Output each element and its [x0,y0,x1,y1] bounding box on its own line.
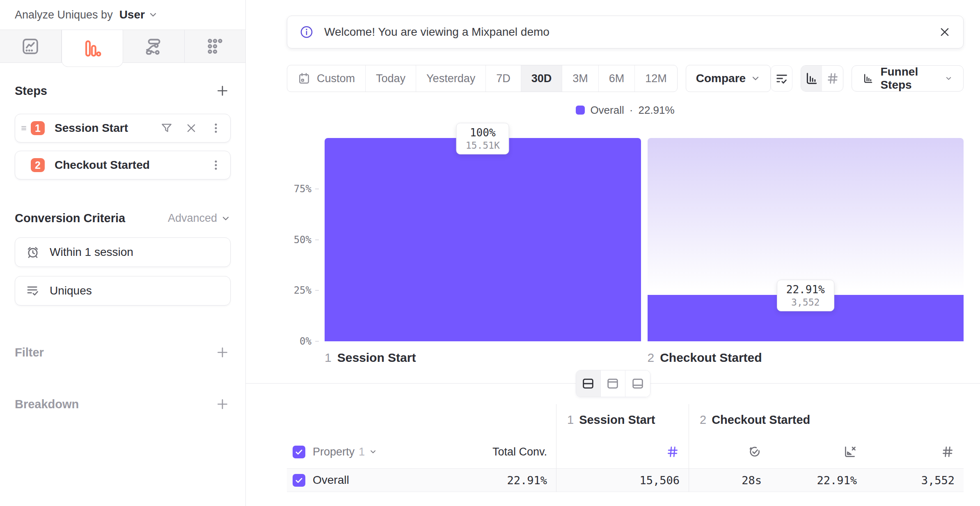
bar-chart-toggle[interactable] [801,66,822,91]
time-to-convert-icon [748,445,762,459]
chevron-down-icon [148,10,158,20]
add-step-button[interactable] [214,83,231,99]
range-6m[interactable]: 6M [599,65,635,92]
row-checkbox[interactable] [293,474,305,487]
value-display-toggle [801,65,843,92]
chart-type-dropdown[interactable]: Funnel Steps [852,65,964,92]
funnel-bar[interactable] [325,138,641,341]
step2-time-header[interactable] [689,435,771,468]
calendar-icon [298,72,311,85]
add-breakdown-button[interactable] [214,396,231,412]
conversion-window-card[interactable]: Within 1 session [15,237,231,267]
check-icon [295,448,303,456]
step-event-name[interactable]: Session Start [55,122,160,135]
range-yesterday[interactable]: Yesterday [416,65,486,92]
kebab-menu-icon[interactable] [210,159,222,171]
add-filter-button[interactable] [214,344,231,361]
compare-button[interactable]: Compare [686,65,771,92]
step1-count-header[interactable] [556,435,689,468]
tab-funnels[interactable] [62,30,124,67]
kebab-menu-icon[interactable] [210,122,222,134]
banner-message: Welcome! You are viewing a Mixpanel demo [324,25,928,39]
list-check-icon [775,71,789,85]
advanced-dropdown[interactable]: Advanced [168,212,231,225]
bar-tooltip: 22.91% 3,552 [777,280,834,311]
range-7d[interactable]: 7D [486,65,521,92]
filter-title: Filter [15,346,44,359]
tab-flows[interactable] [123,30,185,62]
conversion-rate-chart-icon [843,445,857,459]
list-check-icon [26,284,40,298]
check-icon [295,476,303,485]
retention-icon [206,37,224,56]
legend-series-label: Overall [590,104,624,117]
range-today[interactable]: Today [366,65,416,92]
chart-legend[interactable]: Overall · 22.91% [287,103,964,117]
range-3m[interactable]: 3M [562,65,599,92]
group-header-step2: 2 Checkout Started [689,404,964,435]
range-30d[interactable]: 30D [521,65,563,92]
property-dropdown[interactable]: Property 1 [313,446,377,458]
step-card-1[interactable]: 1 Session Start [15,114,231,143]
panel-layout-toggles [576,370,650,397]
step2-count-header[interactable] [866,435,964,468]
step-event-name[interactable]: Checkout Started [55,159,210,172]
number-toggle[interactable] [822,66,843,91]
counting-method-label: Uniques [50,284,92,297]
conversion-criteria-title: Conversion Criteria [15,212,125,225]
funnel-step-labels: 1 Session Start 2 Checkout Started [325,349,964,367]
step-number-badge: 1 [31,121,45,135]
demo-welcome-banner: Welcome! You are viewing a Mixpanel demo [287,16,964,48]
funnel-y-axis: 75% 50% 25% 0% [287,138,319,341]
breakdown-section: Breakdown [0,396,245,412]
report-type-tabbar [0,30,245,63]
funnel-dropoff-gradient [648,138,964,295]
close-icon[interactable] [185,122,197,134]
plus-icon [215,84,229,98]
layout-split-button[interactable] [576,370,601,397]
step2-convrate-header[interactable] [771,435,866,468]
row-step2-time: 28s [689,468,771,492]
hash-icon [941,445,955,459]
row-label: Overall [313,474,349,487]
drag-handle-icon[interactable] [18,123,29,133]
analyze-by-dropdown[interactable]: User [119,8,158,21]
conversion-window-label: Within 1 session [50,246,133,259]
filter-funnel-icon[interactable] [160,122,173,134]
counting-method-card[interactable]: Uniques [15,276,231,306]
total-conv-header: Total Conv. [474,435,556,468]
range-custom[interactable]: Custom [287,65,366,92]
banner-close-button[interactable] [939,26,951,38]
funnel-bar-checkout-started[interactable]: 22.91% 3,552 [648,138,964,341]
chevron-down-icon [221,214,231,223]
tab-insights[interactable] [0,30,62,62]
date-range-selector: Custom Today Yesterday 7D 30D 3M 6M 12M [287,65,678,92]
y-tick: 0% [300,336,319,347]
metrics-list-button[interactable] [771,65,792,92]
report-main-area: Welcome! You are viewing a Mixpanel demo… [246,0,980,506]
funnel-chart: 75% 50% 25% 0% 100% 15.51K 22.91% 3,552 [287,138,964,341]
layout-split-icon [581,377,595,391]
step-card-2[interactable]: 2 Checkout Started [15,151,231,179]
layout-chart-only-button[interactable] [601,370,625,397]
analyze-header: Analyze Uniques by User [0,0,245,30]
funnel-bar-session-start[interactable]: 100% 15.51K [325,138,641,341]
funnel-plot: 100% 15.51K 22.91% 3,552 [325,138,964,341]
alarm-clock-icon [26,245,40,259]
layout-table-only-button[interactable] [625,370,650,397]
chevron-down-icon [945,74,953,83]
tab-retention[interactable] [185,30,246,62]
query-builder-sidebar: Analyze Uniques by User [0,0,246,506]
close-icon [939,26,951,38]
y-tick: 50% [294,234,319,246]
select-all-checkbox[interactable] [293,446,305,458]
plus-icon [215,397,229,411]
range-12m[interactable]: 12M [635,65,677,92]
chart-toolbar: Custom Today Yesterday 7D 30D 3M 6M 12M … [287,65,964,92]
bar-chart-icon [863,71,874,85]
step-label-checkout-started: 2 Checkout Started [648,349,964,367]
range-custom-label: Custom [317,72,355,85]
filter-section: Filter [0,344,245,361]
row-overall-label-cell: Overall [287,468,474,492]
group-header-spacer [287,404,556,435]
